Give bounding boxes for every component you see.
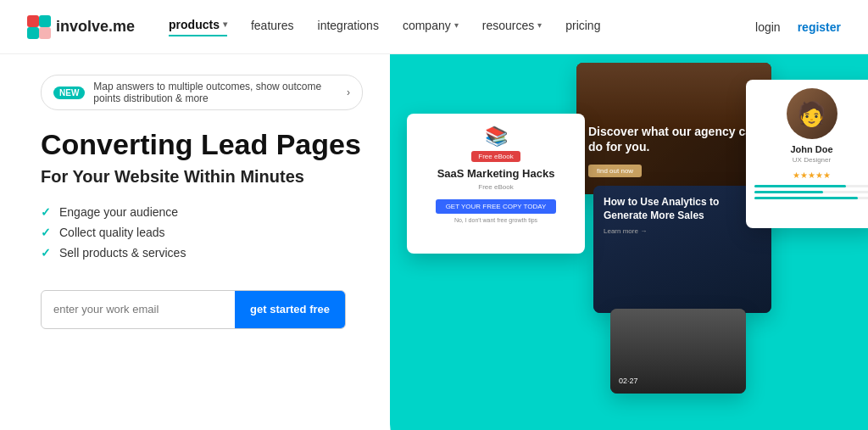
city-card: 02·27 — [610, 309, 746, 394]
john-progress-bar-1 — [754, 185, 868, 187]
cards-container: 📚 Free eBook SaaS Marketing Hacks Free e… — [407, 63, 865, 419]
saas-card-subtitle: Free eBook — [478, 183, 513, 191]
main-content: NEW Map answers to multiple outcomes, sh… — [0, 54, 868, 430]
john-progress-bar-2 — [754, 191, 868, 193]
login-button[interactable]: login — [755, 20, 781, 34]
saas-free-ebook-badge: Free eBook — [471, 151, 520, 162]
get-started-button[interactable]: get started free — [235, 290, 345, 329]
svg-rect-0 — [27, 15, 39, 27]
hero-title-line2: For Your Website Within Minutes — [41, 167, 363, 187]
agency-card: Discover what our agency can do for you.… — [576, 63, 771, 194]
logo-icon — [27, 15, 51, 39]
john-doe-card: 🧑 John Doe UX Designer ★★★★★ — [746, 80, 868, 228]
logo-text: involve.me — [56, 18, 135, 36]
john-role: UX Designer — [793, 156, 831, 164]
email-input[interactable] — [42, 303, 235, 316]
nav-integrations[interactable]: integrations — [318, 19, 379, 36]
saas-card-title: SaaS Marketing Hacks — [437, 167, 555, 180]
arrow-right-icon: › — [347, 87, 350, 98]
saas-icon: 📚 — [485, 126, 508, 148]
check-icon-2: ✓ — [41, 226, 51, 239]
hero-title-line1: Converting Lead Pages — [41, 127, 363, 162]
feature-item-2: ✓ Collect quality leads — [41, 226, 363, 239]
analytics-card-sub: Learn more → — [604, 227, 761, 235]
city-overlay-text: 02·27 — [619, 377, 638, 385]
saas-cta-button[interactable]: GET YOUR FREE COPY TODAY — [436, 199, 557, 214]
agency-card-title: Discover what our agency can do for you. — [588, 124, 760, 154]
chevron-down-icon: ▾ — [223, 20, 227, 29]
john-avatar: 🧑 — [787, 88, 837, 139]
svg-rect-2 — [27, 27, 39, 39]
feature-text-1: Engage your audience — [59, 205, 178, 219]
new-announcement-banner[interactable]: NEW Map answers to multiple outcomes, sh… — [41, 75, 363, 110]
nav-resources[interactable]: resources ▾ — [482, 19, 542, 36]
saas-card: 📚 Free eBook SaaS Marketing Hacks Free e… — [407, 114, 585, 254]
svg-rect-1 — [39, 15, 51, 27]
hero-visual: 📚 Free eBook SaaS Marketing Hacks Free e… — [390, 54, 868, 430]
feature-text-3: Sell products & services — [59, 246, 186, 260]
john-progress-bar-3 — [754, 197, 868, 199]
logo[interactable]: involve.me — [27, 15, 135, 39]
chevron-down-icon: ▾ — [537, 20, 542, 30]
nav-pricing[interactable]: pricing — [565, 19, 600, 36]
site-header: involve.me products ▾ features integrati… — [0, 0, 868, 54]
john-name: John Doe — [790, 144, 832, 154]
feature-text-2: Collect quality leads — [59, 226, 165, 239]
feature-item-1: ✓ Engage your audience — [41, 205, 363, 219]
john-progress-fill-3 — [754, 197, 858, 199]
saas-link: No, I don't want free growth tips — [454, 217, 537, 223]
register-button[interactable]: register — [798, 20, 841, 34]
hero-left: NEW Map answers to multiple outcomes, sh… — [0, 54, 390, 430]
agency-text-block: Discover what our agency can do for you.… — [588, 124, 760, 177]
feature-item-3: ✓ Sell products & services — [41, 246, 363, 260]
analytics-card: How to Use Analytics to Generate More Sa… — [593, 186, 771, 313]
main-nav: products ▾ features integrations company… — [169, 18, 755, 36]
analytics-card-title: How to Use Analytics to Generate More Sa… — [604, 196, 761, 222]
header-auth: login register — [755, 20, 841, 34]
new-badge: NEW — [53, 87, 85, 99]
new-banner-text: Map answers to multiple outcomes, show o… — [93, 81, 338, 104]
check-icon-1: ✓ — [41, 205, 51, 219]
svg-rect-3 — [39, 27, 51, 39]
agency-cta-button[interactable]: find out now — [588, 165, 642, 177]
john-rating-stars: ★★★★★ — [793, 170, 831, 180]
john-progress-fill-2 — [754, 191, 823, 193]
nav-features[interactable]: features — [251, 19, 294, 36]
nav-products[interactable]: products ▾ — [169, 18, 227, 36]
feature-list: ✓ Engage your audience ✓ Collect quality… — [41, 205, 363, 266]
nav-company[interactable]: company ▾ — [403, 19, 459, 36]
check-icon-3: ✓ — [41, 246, 51, 260]
chevron-down-icon: ▾ — [454, 20, 459, 30]
email-signup-form: get started free — [41, 290, 346, 329]
john-progress-fill-1 — [754, 185, 846, 187]
